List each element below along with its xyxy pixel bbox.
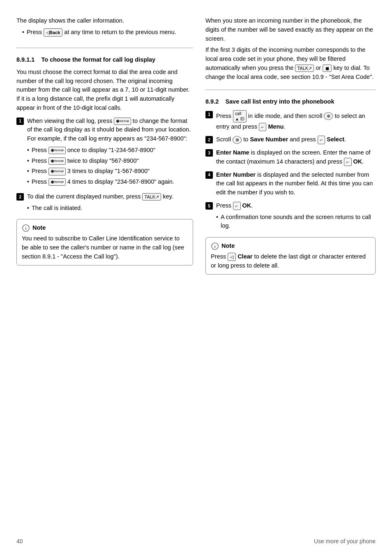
- intro-line1: The display shows the caller information…: [16, 16, 193, 25]
- sub-item-1d: • Press ✱format 4 times to display "234-…: [27, 178, 193, 187]
- right-num-4: 4: [205, 171, 213, 179]
- note-text-right: Press ◁ Clear to delete the last digit o…: [211, 252, 370, 270]
- footer-right-text: Use more of your phone: [314, 538, 376, 544]
- menu-key-1: ⌐: [259, 123, 266, 131]
- note-label-left: Note: [32, 224, 46, 233]
- menu-key-3: ⌐: [344, 158, 351, 166]
- back-key-icon: ◁ Back: [44, 28, 62, 37]
- num-badge-2: 2: [16, 193, 24, 201]
- sub-item-1b: • Press ✱format twice to display "567-89…: [27, 157, 193, 166]
- svg-rect-3: [214, 246, 215, 248]
- page-footer: 40 Use more of your phone: [0, 538, 392, 544]
- back-key-note: ◁: [228, 253, 236, 261]
- note-box-left: Note You need to subscribe to Caller Lin…: [16, 219, 193, 265]
- section-title-892: Save call list entry into the phonebook: [225, 98, 334, 105]
- right-item5-sub: • A confirmation tone sounds and the scr…: [216, 213, 376, 231]
- section-8911: 8.9.1.1 To choose the format for call lo…: [16, 55, 193, 266]
- talk-key: TALK↗: [142, 193, 161, 201]
- sub-item-1a: • Press ✱format once to display "1-234-5…: [27, 146, 193, 155]
- intro-section: The display shows the caller information…: [16, 16, 193, 39]
- callerid-key: call▲ ID: [233, 110, 247, 122]
- section-8911-body: You must choose the correct format to di…: [16, 68, 193, 113]
- svg-rect-1: [25, 228, 26, 230]
- back-press-label: Press: [27, 29, 42, 35]
- scroll-key-1: ⊕: [324, 112, 333, 120]
- sub-item-2a: • The call is initiated.: [27, 204, 193, 213]
- format-key-1d: ✱format: [48, 178, 66, 186]
- section-8911-list: 1 When viewing the call log, press ✱form…: [16, 117, 193, 215]
- scroll-key-2: ⊕: [233, 136, 242, 143]
- note-label-right: Note: [221, 242, 235, 251]
- right-num-2: 2: [205, 136, 213, 143]
- right-item-3: 3 Enter Name is displayed on the screen.…: [205, 148, 376, 166]
- section-title-8911: To choose the format for call log displa…: [41, 56, 155, 63]
- list-item-1: 1 When viewing the call log, press ✱form…: [16, 117, 193, 188]
- item2-sub-list: • The call is initiated.: [27, 204, 193, 213]
- right-item-4: 4 Enter Number is displayed and the sele…: [205, 171, 376, 197]
- menu-key-2: ⌐: [318, 136, 325, 144]
- right-item-2: 2 Scroll ⊕ to Save Number and press ⌐ Se…: [205, 135, 376, 144]
- right-column: When you store an incoming number in the…: [205, 16, 376, 275]
- back-suffix: at any time to return to the previous me…: [64, 29, 176, 35]
- section-num-8911: 8.9.1.1: [16, 56, 35, 63]
- right-num-3: 3: [205, 149, 213, 157]
- divider-1: [16, 48, 193, 48]
- section-num-892: 8.9.2: [205, 98, 219, 105]
- talk-key-right: TALK↗: [295, 65, 314, 72]
- format-key-1a: ✱format: [48, 147, 66, 154]
- menu-key-5: ⌐: [233, 202, 240, 210]
- list-item-2: 2 To dial the current displayed number, …: [16, 192, 193, 215]
- divider-2: [205, 90, 376, 90]
- note-icon-right: [211, 242, 219, 250]
- right-intro-para1: When you store an incoming number in the…: [205, 16, 376, 43]
- page-number: 40: [16, 538, 23, 544]
- back-bullet: • Press ◁ Back at any time to return to …: [22, 28, 193, 39]
- left-column: The display shows the caller information…: [16, 16, 193, 275]
- right-intro: When you store an incoming number in the…: [205, 16, 376, 81]
- right-num-5: 5: [205, 202, 213, 210]
- hold-key-right: ◼: [323, 65, 332, 72]
- right-intro-para2: If the first 3 digits of the incoming nu…: [205, 46, 376, 81]
- item1-text: When viewing the call log, press: [27, 118, 114, 124]
- right-num-1: 1: [205, 111, 213, 118]
- right-sub-5a: • A confirmation tone sounds and the scr…: [216, 213, 376, 231]
- note-icon-left: [22, 224, 30, 232]
- format-key-1b: ✱format: [48, 157, 66, 165]
- sub-item-1c: • Press ✱format 3 times to display "1-56…: [27, 167, 193, 176]
- format-key-1c: ✱format: [48, 168, 66, 175]
- right-item-1: 1 Press call▲ ID in idle mode, and then …: [205, 110, 376, 132]
- item1-sub-list: • Press ✱format once to display "1-234-5…: [27, 146, 193, 187]
- format-key-1: ✱format: [114, 118, 131, 125]
- right-item-5: 5 Press ⌐ OK. • A confirmation tone soun…: [205, 201, 376, 232]
- section-892-list: 1 Press call▲ ID in idle mode, and then …: [205, 110, 376, 233]
- note-text-left: You need to subscribe to Caller Line Ide…: [22, 234, 188, 261]
- section-892: 8.9.2 Save call list entry into the phon…: [205, 97, 376, 275]
- num-badge-1: 1: [16, 118, 24, 125]
- note-box-right: Note Press ◁ Clear to delete the last di…: [205, 237, 376, 275]
